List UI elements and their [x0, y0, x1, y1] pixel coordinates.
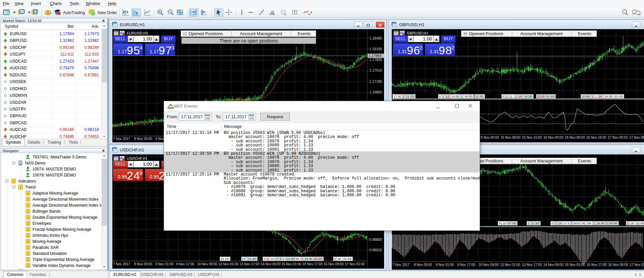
svg-text:17 Nov 01:00: 17 Nov 01:00: [345, 262, 365, 266]
svg-text:8 Nov 09:00: 8 Nov 09:00: [134, 262, 152, 266]
svg-text:10 Nov 09:00: 10 Nov 09:00: [479, 263, 499, 267]
svg-text:10 Nov 09:00: 10 Nov 09:00: [197, 262, 217, 266]
svg-text:1.17185: 1.17185: [369, 79, 382, 83]
svg-text:7 Nov 2017: 7 Nov 2017: [392, 263, 410, 267]
svg-text:16 Nov 09:00: 16 Nov 09:00: [608, 263, 628, 267]
svg-text:16 Nov 08:00: 16 Nov 08:00: [565, 136, 585, 139]
svg-text:15 Nov 17:00: 15 Nov 17:00: [303, 262, 323, 266]
svg-text:1.17954: 1.17954: [369, 54, 381, 58]
svg-text:15: 15: [250, 116, 253, 119]
svg-text:$: $: [34, 10, 36, 14]
svg-text:1.18160: 1.18160: [369, 47, 382, 51]
svg-text:8 Nov 09:00: 8 Nov 09:00: [134, 137, 152, 141]
svg-text:14 Nov 09:00: 14 Nov 09:00: [543, 263, 564, 267]
svg-text:13 Nov 17:00: 13 Nov 17:00: [522, 263, 542, 267]
svg-text:16 Nov 16:00: 16 Nov 16:00: [586, 136, 606, 139]
svg-text:0.98800: 0.98800: [369, 237, 382, 241]
svg-text:17 Nov 08:00: 17 Nov 08:00: [629, 136, 644, 139]
svg-text:16 Nov 00:00: 16 Nov 00:00: [543, 136, 564, 139]
svg-text:1.17835: 1.17835: [369, 58, 382, 62]
svg-text:13 Nov 01:00: 13 Nov 01:00: [218, 262, 238, 266]
svg-text:1.16860: 1.16860: [369, 90, 382, 94]
svg-text:T: T: [294, 11, 296, 14]
svg-text:9 Nov 17:00: 9 Nov 17:00: [176, 262, 194, 266]
svg-text:16 Nov 09:00: 16 Nov 09:00: [324, 262, 344, 266]
svg-text:9 Nov 17:00: 9 Nov 17:00: [457, 263, 475, 267]
svg-text:9 Nov 01:00: 9 Nov 01:00: [436, 263, 454, 267]
svg-text:15 Nov 01:00: 15 Nov 01:00: [565, 263, 585, 267]
svg-text:14 Nov 09:00: 14 Nov 09:00: [261, 262, 281, 266]
svg-text:15 Nov 08:00: 15 Nov 08:00: [500, 136, 521, 139]
svg-text:15 Nov 17:00: 15 Nov 17:00: [587, 263, 607, 267]
svg-text:15 Nov 16:00: 15 Nov 16:00: [522, 136, 542, 139]
svg-text:F: F: [284, 13, 286, 16]
svg-text:5: 5: [47, 10, 49, 14]
svg-text:8 Nov 09:00: 8 Nov 09:00: [414, 263, 432, 267]
svg-text:15 Nov 00:00: 15 Nov 00:00: [479, 136, 499, 139]
svg-text:15: 15: [206, 116, 209, 119]
svg-text:%: %: [308, 13, 310, 16]
svg-text:7 Nov 2017: 7 Nov 2017: [113, 262, 130, 266]
svg-text:13 Nov 01:00: 13 Nov 01:00: [500, 263, 520, 267]
svg-text:1.18485: 1.18485: [369, 36, 382, 40]
svg-text:7 Nov 2017: 7 Nov 2017: [113, 137, 130, 141]
svg-text:17 Nov 00:00: 17 Nov 00:00: [608, 136, 628, 139]
svg-text:0.98610: 0.98610: [369, 248, 382, 252]
svg-text:17 Nov 01:00: 17 Nov 01:00: [630, 263, 644, 267]
svg-text:E: E: [273, 13, 275, 16]
svg-text:13 Nov 17:00: 13 Nov 17:00: [239, 262, 260, 266]
svg-text:15 Nov 01:00: 15 Nov 01:00: [281, 262, 302, 266]
svg-text:1.17510: 1.17510: [369, 68, 382, 72]
svg-text:9 Nov 01:00: 9 Nov 01:00: [155, 262, 173, 266]
